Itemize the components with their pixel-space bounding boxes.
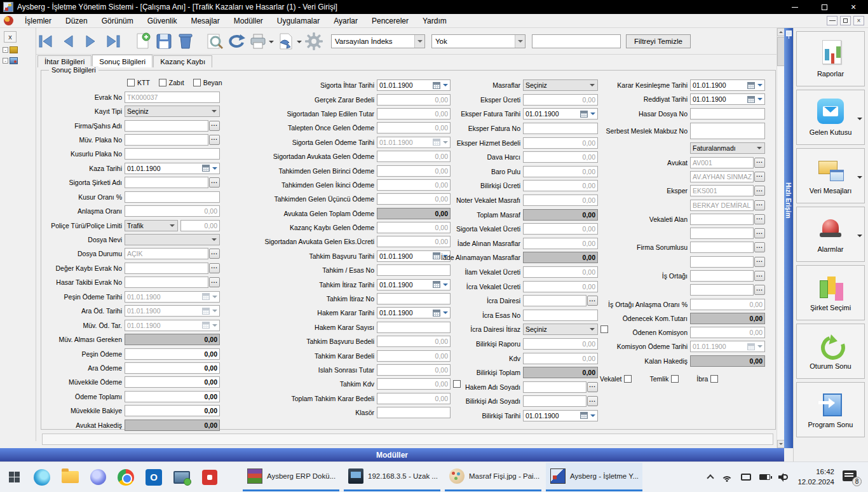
settings-gear-icon[interactable] [303,31,325,52]
sidebar-button-datamsg[interactable]: Veri Mesajları [796,148,865,203]
menu-item-uygulamalar[interactable]: Uygulamalar [270,15,327,27]
money-input[interactable]: 0,00 [523,195,598,206]
money-input[interactable]: 0,00 [523,94,598,106]
pin-icon[interactable] [786,31,792,36]
sidebar-button-company[interactable]: Şirket Seçimi [796,265,865,320]
lookup-ellipsis-button[interactable]: ... [754,214,765,224]
chevron-down-icon[interactable] [590,84,595,89]
chevron-down-icon[interactable] [212,238,217,243]
money-input[interactable]: 0,00 [125,391,220,402]
next-record-icon[interactable] [79,31,101,52]
tray-chevron-up-icon[interactable] [707,474,714,481]
chevron-down-icon[interactable] [515,35,525,48]
money-input[interactable]: 0,00 [523,266,598,278]
money-input[interactable]: 0,00 [523,166,598,177]
checkbox[interactable] [624,375,632,383]
menu-item-mesajlar[interactable]: Mesajlar [184,15,226,27]
checkbox-item[interactable]: KTT [127,79,150,86]
money-input[interactable]: 0,00 [125,405,220,416]
taskbar-app[interactable]: 192.168.3.5 - Uzak ... [344,463,440,491]
chrome-icon[interactable] [112,462,140,492]
lookup-input[interactable] [125,277,208,288]
checkbox[interactable] [159,79,166,86]
lookup-ellipsis-button[interactable]: ... [754,242,765,252]
money-input[interactable]: 0,00 [523,281,598,292]
wifi-icon[interactable] [721,473,733,482]
money-input[interactable]: 0,00 [690,327,765,338]
battery-icon[interactable] [759,474,770,480]
checkbox[interactable] [710,375,718,383]
lookup-input[interactable] [690,214,754,225]
date-input[interactable]: 01.01.1900 [690,79,765,91]
red-app-icon[interactable] [196,462,224,492]
money-input[interactable]: 0,00 [690,299,765,310]
tree-collapse-icon[interactable]: - [3,47,8,53]
text-input[interactable] [125,148,220,160]
money-input[interactable]: 0,00 [523,353,598,364]
start-button[interactable] [0,462,28,492]
chevron-down-icon[interactable] [414,35,424,48]
sidebar-button-reports[interactable]: Raporlar [796,31,865,86]
money-input[interactable]: 0,00 [523,338,598,350]
menu-item-güvenlik[interactable]: Güvenlik [140,15,184,27]
date-dropdown-arrow[interactable] [590,414,595,420]
sidebar-button-exit[interactable]: Program Sonu [796,382,865,437]
combo-box[interactable] [125,234,220,245]
clock[interactable]: 16:42 12.02.2024 [797,467,834,487]
index-combo[interactable]: Varsayılan İndeks [331,34,425,48]
tree-item[interactable]: - [3,46,36,53]
taskbar-app[interactable]: Masraf Fişi.jpg - Pai... [445,463,541,491]
calendar-icon[interactable] [580,412,588,419]
lookup-ellipsis-button[interactable]: ... [754,228,765,238]
modules-bar[interactable]: Modüller [0,448,784,461]
tree-item[interactable]: - [3,57,36,64]
lookup-input[interactable] [523,395,587,407]
mdi-minimize-button[interactable] [827,16,837,25]
maximize-button[interactable] [810,0,839,14]
taskbar-app[interactable]: Aysberg - İşletme Y... [546,463,642,491]
text-input[interactable] [690,123,765,139]
checkbox[interactable] [193,79,201,86]
lookup-ellipsis-button[interactable]: ... [209,177,220,188]
checkbox-item[interactable]: Temlik [649,375,679,383]
pinned-app-icon[interactable] [84,462,112,492]
search-icon[interactable] [204,31,226,52]
lookup-input[interactable] [690,256,754,268]
delete-icon[interactable] [175,31,196,52]
menu-item-görünüm[interactable]: Görünüm [95,15,140,27]
quick-access-strip[interactable]: Hızlı Erişim [784,28,793,448]
money-input[interactable]: 0,00 [523,223,598,235]
sidebar-button-session[interactable]: Oturum Sonu [796,324,865,379]
edge-icon[interactable] [28,462,56,492]
last-record-icon[interactable] [101,31,123,52]
lookup-input[interactable] [125,134,208,146]
date-dropdown-arrow[interactable] [757,84,763,89]
date-input[interactable]: 01.01.1900 [125,163,220,174]
close-button[interactable]: × [839,0,868,14]
money-input[interactable]: 0,00 [125,362,220,374]
clear-filter-button[interactable]: Filtreyi Temizle [626,34,691,48]
notification-center-icon[interactable]: 8 [843,470,859,484]
menu-item-yardım[interactable]: Yardım [416,15,454,27]
lookup-ellipsis-button[interactable]: ... [209,121,220,131]
lookup-ellipsis-button[interactable]: ... [754,257,765,267]
dock-close-button[interactable]: x [4,31,17,43]
save-icon[interactable] [153,31,175,52]
lookup-input[interactable] [690,270,754,282]
lookup-input[interactable] [125,263,208,274]
money-input[interactable]: 0,00 [523,137,598,149]
combo-box[interactable]: Seçiniz [125,106,220,117]
money-input[interactable]: 0,00 [125,205,220,217]
text-input[interactable] [690,108,765,120]
export-icon[interactable] [275,31,297,52]
print-icon[interactable] [247,31,269,52]
date-input[interactable]: 01.01.1900 [523,108,598,120]
checkbox[interactable] [671,375,679,383]
chevron-down-icon[interactable] [170,224,175,229]
chevron-down-icon[interactable] [857,118,862,123]
previous-record-icon[interactable] [58,31,79,52]
date-input[interactable]: 01.01.1900 [523,410,598,421]
checkbox-item[interactable]: Beyan [193,79,222,86]
lookup-input[interactable] [523,381,587,393]
chevron-down-icon[interactable] [757,147,762,152]
